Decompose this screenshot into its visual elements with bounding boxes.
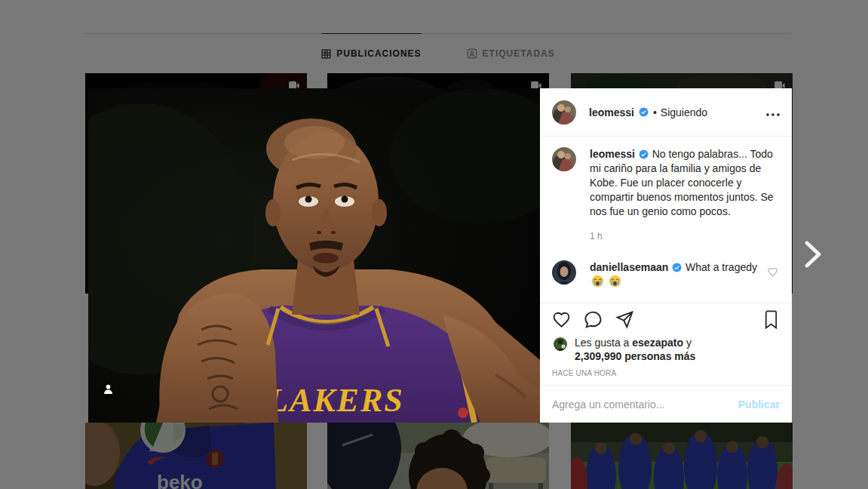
more-options-icon[interactable] bbox=[760, 103, 780, 122]
comment-username[interactable]: daniellasemaan bbox=[590, 261, 668, 273]
comment-input[interactable] bbox=[552, 398, 738, 411]
chevron-right-icon bbox=[796, 237, 829, 270]
comment-composer: Publicar bbox=[540, 385, 792, 423]
post-timestamp: HACE UNA HORA bbox=[552, 369, 780, 377]
bookmark-icon[interactable] bbox=[762, 310, 780, 329]
instagram-profile-page: PUBLICACIONES ETIQUETADAS bbox=[0, 0, 868, 489]
liker-username[interactable]: esezapato bbox=[632, 337, 683, 349]
avatar[interactable] bbox=[552, 260, 576, 284]
comment-like-button[interactable] bbox=[767, 266, 778, 281]
actions-section: Les gusta a esezapato y 2,309,990 person… bbox=[540, 303, 792, 385]
share-icon[interactable] bbox=[615, 310, 634, 329]
caption-row: leomessi No tengo palabras... Todo mi ca… bbox=[552, 147, 780, 219]
likes-prefix: Les gusta a bbox=[575, 337, 629, 349]
likes-conjunction: y bbox=[686, 337, 692, 349]
avatar[interactable] bbox=[552, 100, 576, 125]
post-header: leomessi • Siguiendo bbox=[540, 88, 792, 137]
likes-count[interactable]: 2,309,990 personas más bbox=[575, 350, 695, 362]
comment-row: daniellasemaan What a tragedy bbox=[552, 260, 780, 289]
comment-icon[interactable] bbox=[584, 310, 603, 329]
tagged-people-icon[interactable] bbox=[102, 383, 115, 395]
comments-area: leomessi No tengo palabras... Todo mi ca… bbox=[540, 137, 792, 303]
verified-badge-icon bbox=[639, 107, 649, 117]
post-username[interactable]: leomessi bbox=[589, 106, 634, 118]
post-panel: leomessi • Siguiendo leomessi bbox=[540, 88, 792, 423]
caption-time[interactable]: 1 h bbox=[590, 229, 780, 244]
heart-icon[interactable] bbox=[552, 310, 571, 329]
action-icons bbox=[552, 309, 780, 332]
avatar[interactable] bbox=[552, 147, 576, 171]
post-photo: LAKERS bbox=[88, 88, 540, 423]
liker-avatar[interactable] bbox=[554, 337, 567, 351]
likes-row: Les gusta a esezapato y 2,309,990 person… bbox=[552, 336, 780, 363]
publish-button[interactable]: Publicar bbox=[738, 398, 780, 411]
following-button[interactable]: Siguiendo bbox=[661, 106, 707, 118]
separator-dot: • bbox=[653, 106, 657, 118]
comment-text: What a tragedy bbox=[686, 261, 757, 273]
crying-emoji-icon bbox=[609, 275, 621, 288]
verified-badge-icon bbox=[672, 263, 682, 272]
crying-emoji-icon bbox=[591, 275, 604, 288]
likes-summary: Les gusta a esezapato y 2,309,990 person… bbox=[575, 336, 695, 363]
next-post-button[interactable] bbox=[795, 237, 830, 272]
verified-badge-icon bbox=[639, 149, 649, 159]
post-modal: LAKERS bbox=[88, 88, 792, 423]
caption-username[interactable]: leomessi bbox=[590, 148, 635, 160]
jersey-text: LAKERS bbox=[267, 382, 404, 419]
